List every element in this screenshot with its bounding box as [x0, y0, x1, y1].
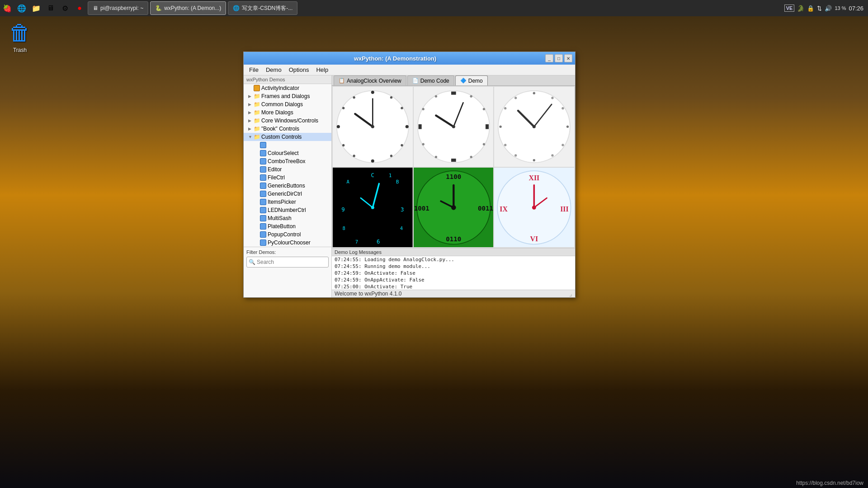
- tree-label-custom: Custom Controls: [261, 134, 302, 140]
- clock-4-svg: C 3 6 9 A 7 1 4 8 B: [333, 168, 413, 248]
- svg-point-2: [371, 91, 374, 94]
- tree-item-more[interactable]: ▶ 📁 More Dialogs: [244, 108, 331, 117]
- editor-icon: [260, 166, 266, 173]
- tree-arrow-gdc: [255, 192, 260, 196]
- tab-democode[interactable]: 📄 Demo Code: [407, 75, 454, 85]
- trash-desktop-icon[interactable]: 🗑 Trash: [9, 20, 31, 53]
- folder-icon-core: 📁: [254, 117, 260, 124]
- tree-arrow-book: ▶: [248, 127, 254, 131]
- tree-item-core[interactable]: ▶ 📁 Core Windows/Controls: [244, 117, 331, 125]
- menu-demo[interactable]: Demo: [262, 66, 285, 74]
- tree-item-editor[interactable]: Editor: [244, 165, 331, 174]
- svg-point-44: [514, 154, 517, 156]
- svg-point-29: [422, 108, 424, 110]
- tree-item-book[interactable]: ▶ 📁 "Book" Controls: [244, 125, 331, 133]
- svg-point-50: [533, 125, 536, 128]
- gdc-icon: [260, 191, 266, 197]
- pb-icon: [260, 223, 266, 230]
- tree-label-fc: FileCtrl: [268, 174, 285, 181]
- svg-point-40: [552, 97, 554, 99]
- tree-item-pycolourchooser[interactable]: PyColourChooser: [244, 239, 331, 247]
- tree-item-multisash[interactable]: MultiSash: [244, 214, 331, 222]
- taskbar-app-browser[interactable]: 🌐 写文章-CSDN博客-...: [228, 1, 297, 15]
- svg-text:9: 9: [341, 206, 344, 213]
- svg-point-30: [434, 95, 437, 98]
- tree-item-itemspicker[interactable]: ItemsPicker: [244, 198, 331, 206]
- tree-item-platebutton[interactable]: PlateButton: [244, 222, 331, 230]
- log-entry-0: 07:24:55: Loading demo AnalogClock.py...: [332, 256, 575, 263]
- tree-item-frames[interactable]: ▶ 📁 Frames and Dialogs: [244, 92, 331, 100]
- tree-item-colourselect[interactable]: ColourSelect: [244, 149, 331, 157]
- raspberry-icon[interactable]: 🍓: [1, 2, 14, 14]
- tree-item-lednumberctrl[interactable]: LEDNumberCtrl: [244, 206, 331, 214]
- svg-point-12: [342, 107, 344, 109]
- tree-label-ip: ItemsPicker: [268, 199, 296, 205]
- svg-point-33: [452, 125, 455, 128]
- svg-point-8: [401, 144, 403, 146]
- maximize-button[interactable]: □: [555, 54, 563, 62]
- taskbar-app-terminal[interactable]: 🖥 pi@raspberrypi: ~: [88, 1, 148, 15]
- tree-item-popupcontrol[interactable]: PopupControl: [244, 230, 331, 239]
- tree-arrow-ms: [255, 216, 260, 221]
- log-entry-2: 07:24:59: OnActivate: False: [332, 270, 575, 277]
- log-entry-4: 07:25:00: OnActivate: True: [332, 283, 575, 290]
- tree-item-filectrl[interactable]: FileCtrl: [244, 174, 331, 182]
- tree-item-combotreebox[interactable]: ComboTreeBox: [244, 157, 331, 165]
- terminal-icon[interactable]: 🖥: [44, 2, 57, 14]
- svg-text:8: 8: [343, 225, 345, 230]
- clock-2-svg: [414, 87, 494, 167]
- tree-label-more: More Dialogs: [261, 109, 293, 116]
- tree-arrow-pb: [255, 224, 260, 229]
- tree-item-activity[interactable]: ActivityIndicator: [244, 84, 331, 92]
- menu-options[interactable]: Options: [285, 66, 313, 74]
- terminal-app-label: pi@raspberrypi: ~: [100, 5, 143, 11]
- svg-text:III: III: [561, 205, 569, 213]
- close-button[interactable]: ✕: [564, 54, 572, 62]
- wx-titlebar[interactable]: wxPython: (A Demonstration) _ □ ✕: [244, 52, 575, 65]
- svg-point-10: [353, 155, 355, 157]
- pcc-icon: [260, 239, 266, 246]
- arrows-icon: ⇅: [817, 5, 822, 12]
- trash-label: Trash: [13, 47, 27, 53]
- tree-label-activity: ActivityIndicator: [261, 85, 299, 91]
- search-input[interactable]: [246, 257, 329, 267]
- svg-text:3: 3: [401, 206, 404, 213]
- settings-icon[interactable]: ⚙: [59, 2, 71, 14]
- svg-rect-21: [418, 124, 421, 129]
- menu-help[interactable]: Help: [312, 66, 332, 74]
- tab-demo[interactable]: 🔷 Demo: [455, 75, 488, 85]
- tree-label-pc: PopupControl: [268, 231, 301, 238]
- blank-icon: [260, 142, 266, 148]
- tab-overview[interactable]: 📋 AnalogClock Overview: [334, 75, 406, 85]
- menu-file[interactable]: File: [245, 66, 262, 74]
- search-wrapper: 🔍: [246, 257, 329, 267]
- svg-text:IX: IX: [500, 205, 508, 213]
- tree-item-genericbtns[interactable]: GenericButtons: [244, 182, 331, 190]
- tree-item-blank[interactable]: [244, 141, 331, 149]
- tree-item-common[interactable]: ▶ 📁 Common Dialogs: [244, 100, 331, 108]
- browser-icon[interactable]: 🌐: [15, 2, 28, 14]
- files-icon[interactable]: 📁: [30, 2, 42, 14]
- svg-point-36: [533, 92, 535, 94]
- svg-point-4: [337, 125, 340, 128]
- svg-point-13: [353, 96, 355, 99]
- tree-label-ctb: ComboTreeBox: [268, 158, 306, 164]
- svg-text:1: 1: [389, 173, 392, 178]
- svg-text:VI: VI: [530, 235, 538, 242]
- tree-arrow-blank: [255, 143, 260, 147]
- ms-icon: [260, 215, 266, 221]
- clock-area: C 3 6 9 A 7 1 4 8 B: [332, 86, 575, 248]
- folder-icon-more: 📁: [254, 109, 260, 116]
- tree-item-genericdirctrl[interactable]: GenericDirCtrl: [244, 190, 331, 198]
- svg-point-7: [401, 107, 403, 109]
- taskbar-apps: 🖥 pi@raspberrypi: ~ 🐍 wxPython: (A Demon…: [87, 1, 784, 15]
- taskbar-app-wxpython[interactable]: 🐍 wxPython: (A Demon...): [150, 1, 226, 15]
- resize-grip[interactable]: ⌟: [569, 290, 572, 297]
- red-icon[interactable]: ●: [73, 2, 86, 14]
- minimize-button[interactable]: _: [545, 54, 553, 62]
- tree-label-editor: Editor: [268, 166, 282, 173]
- led-icon: [260, 207, 266, 213]
- tree-item-custom[interactable]: ▼ 📁 Custom Controls: [244, 133, 331, 141]
- wx-sidebar: wxPython Demos ActivityIndicator ▶ 📁 Fra…: [244, 75, 332, 297]
- tree-label-book: "Book" Controls: [261, 126, 299, 132]
